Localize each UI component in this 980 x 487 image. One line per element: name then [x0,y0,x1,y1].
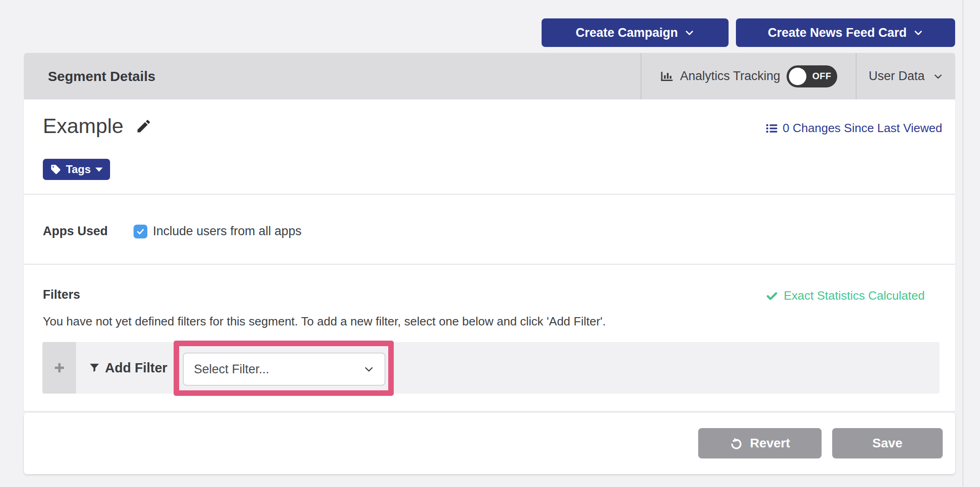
include-all-apps-checkbox[interactable] [134,225,147,238]
revert-button[interactable]: Revert [698,428,822,458]
revert-label: Revert [750,436,790,451]
list-icon [765,122,778,135]
segment-details-header: Segment Details Analytics Tracking OFF U… [24,53,955,99]
check-icon [136,227,145,236]
add-filter-label: Add Filter [105,360,167,376]
page-title: Segment Details [48,69,155,84]
analytics-tracking-label: Analytics Tracking [680,69,781,83]
tag-icon [50,164,61,175]
analytics-tracking-section: Analytics Tracking OFF [641,53,856,99]
chevron-down-icon [913,28,923,38]
bar-chart-icon [660,70,674,83]
create-campaign-label: Create Campaign [576,26,678,40]
analytics-tracking-toggle[interactable]: OFF [787,65,837,87]
segment-details-card: Segment Details Analytics Tracking OFF U… [24,53,955,411]
checkmark-icon [765,290,778,302]
filters-empty-message: You have not yet defined filters for thi… [43,314,606,329]
chevron-down-icon [684,28,694,38]
toggle-state-label: OFF [812,71,832,81]
save-label: Save [872,436,902,451]
undo-icon [729,437,742,450]
toggle-knob [789,68,806,85]
section-divider [24,194,955,195]
segment-name: Example [43,114,123,138]
apps-used-label: Apps Used [43,224,134,238]
create-news-feed-card-label: Create News Feed Card [768,26,907,40]
caret-down-icon [95,168,103,172]
funnel-icon [88,362,100,374]
create-campaign-button[interactable]: Create Campaign [542,18,729,47]
section-divider [24,264,955,265]
save-button[interactable]: Save [832,428,943,458]
tags-dropdown-button[interactable]: Tags [43,159,110,180]
user-data-dropdown[interactable]: User Data [856,53,955,99]
changes-since-last-viewed-link[interactable]: 0 Changes Since Last Viewed [765,121,942,135]
add-filter-label-group: Add Filter [88,342,167,394]
chevron-down-icon [933,71,943,81]
exact-statistics-status: Exact Statistics Calculated [765,289,925,303]
user-data-label: User Data [869,69,925,83]
tags-label: Tags [66,163,91,176]
exact-statistics-label: Exact Statistics Calculated [784,289,925,303]
add-filter-row: Add Filter [42,342,939,394]
filters-section-label: Filters [43,288,80,302]
include-all-apps-label: Include users from all apps [153,224,302,238]
save-footer-card: Revert Save [24,413,955,474]
chevron-down-icon [363,364,374,375]
create-news-feed-card-button[interactable]: Create News Feed Card [736,18,955,47]
select-filter-placeholder: Select Filter... [194,362,269,377]
changes-link-label: 0 Changes Since Last Viewed [783,121,942,135]
select-filter-dropdown[interactable]: Select Filter... [183,353,385,386]
edit-pencil-icon[interactable] [135,118,152,134]
add-filter-plus-button[interactable] [42,342,76,394]
plus-icon [52,361,66,375]
window-edge-divider [962,0,963,487]
